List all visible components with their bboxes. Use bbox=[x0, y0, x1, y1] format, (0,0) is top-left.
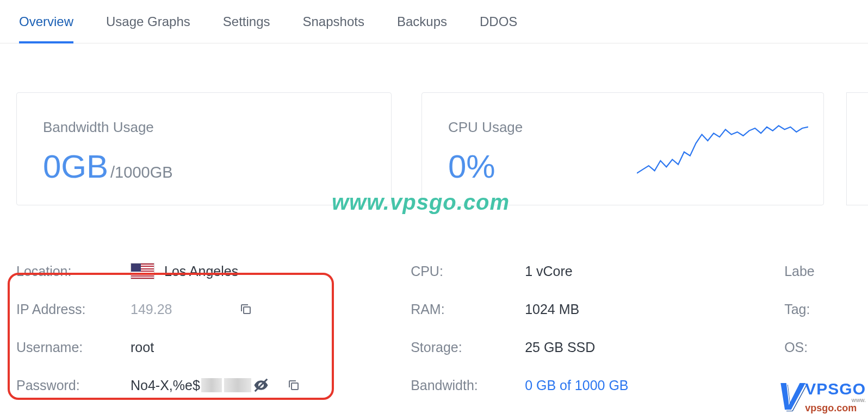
details-section: Location: Los Angeles IP Address: 149.28… bbox=[0, 205, 868, 404]
storage-label: Storage: bbox=[411, 340, 525, 355]
svg-rect-0 bbox=[244, 307, 250, 313]
tab-backups[interactable]: Backups bbox=[397, 0, 447, 43]
row-storage: Storage: 25 GB SSD bbox=[411, 328, 773, 366]
password-obscured bbox=[201, 378, 222, 392]
row-label: Labe bbox=[784, 252, 852, 290]
copy-icon bbox=[239, 303, 252, 316]
tab-snapshots[interactable]: Snapshots bbox=[303, 0, 364, 43]
cpu-value: 0% bbox=[448, 148, 495, 185]
details-col-left: Location: Los Angeles IP Address: 149.28… bbox=[16, 252, 400, 404]
us-flag-icon bbox=[131, 263, 154, 279]
tag-label: Tag: bbox=[784, 302, 810, 317]
bandwidth-of: /1000GB bbox=[110, 164, 172, 181]
summary-cards: Bandwidth Usage 0GB/1000GB CPU Usage 0% bbox=[0, 43, 868, 205]
ram-value: 1024 MB bbox=[525, 302, 579, 317]
ip-value: 149.28 bbox=[131, 302, 172, 317]
cpu-value-detail: 1 vCore bbox=[525, 264, 573, 279]
username-label: Username: bbox=[16, 340, 131, 355]
cpu-label: CPU: bbox=[411, 264, 525, 279]
storage-value: 25 GB SSD bbox=[525, 340, 595, 355]
password-obscured-2 bbox=[224, 378, 251, 392]
bandwidth-label: Bandwidth: bbox=[411, 378, 525, 393]
tabs-bar: Overview Usage Graphs Settings Snapshots… bbox=[0, 0, 868, 43]
cpu-card: CPU Usage 0% bbox=[421, 92, 824, 205]
username-value: root bbox=[131, 340, 154, 355]
brand-domain: vpsgo.com bbox=[805, 403, 866, 413]
ram-label: RAM: bbox=[411, 302, 525, 317]
bandwidth-title: Bandwidth Usage bbox=[43, 119, 365, 136]
tab-overview[interactable]: Overview bbox=[19, 0, 73, 43]
row-password: Password: No4-X,%e$ bbox=[16, 366, 400, 404]
watermark-text: www.vpsgo.com bbox=[332, 190, 510, 215]
os-label: OS: bbox=[784, 340, 808, 355]
eye-off-icon bbox=[253, 377, 269, 393]
brand-name: VPSGO bbox=[805, 381, 866, 397]
location-label: Location: bbox=[16, 264, 131, 279]
bandwidth-value: 0GB bbox=[43, 148, 108, 185]
password-value: No4-X,%e$ bbox=[131, 378, 200, 393]
partial-card-right bbox=[846, 92, 868, 205]
ip-label: IP Address: bbox=[16, 302, 131, 317]
bandwidth-value-detail[interactable]: 0 GB of 1000 GB bbox=[525, 378, 628, 393]
svg-rect-2 bbox=[292, 383, 298, 390]
row-ip: IP Address: 149.28 bbox=[16, 290, 400, 328]
label-label: Labe bbox=[784, 264, 815, 279]
location-value: Los Angeles bbox=[164, 264, 238, 279]
brand-logo: V VPSGO www. vpsgo.com bbox=[778, 381, 866, 413]
row-os: OS: bbox=[784, 328, 852, 366]
tab-settings[interactable]: Settings bbox=[223, 0, 270, 43]
row-bandwidth-detail: Bandwidth: 0 GB of 1000 GB bbox=[411, 366, 773, 404]
row-location: Location: Los Angeles bbox=[16, 252, 400, 290]
row-ram: RAM: 1024 MB bbox=[411, 290, 773, 328]
copy-password-button[interactable] bbox=[285, 377, 302, 394]
copy-icon bbox=[287, 379, 300, 392]
row-username: Username: root bbox=[16, 328, 400, 366]
password-label: Password: bbox=[16, 378, 131, 393]
cpu-sparkline bbox=[637, 116, 808, 178]
tab-ddos[interactable]: DDOS bbox=[480, 0, 517, 43]
bandwidth-card: Bandwidth Usage 0GB/1000GB bbox=[16, 92, 392, 205]
copy-ip-button[interactable] bbox=[237, 300, 255, 318]
row-tag: Tag: bbox=[784, 290, 852, 328]
tab-usage-graphs[interactable]: Usage Graphs bbox=[106, 0, 190, 43]
row-cpu: CPU: 1 vCore bbox=[411, 252, 773, 290]
brand-v-icon: V bbox=[778, 384, 803, 410]
details-col-middle: CPU: 1 vCore RAM: 1024 MB Storage: 25 GB… bbox=[411, 252, 773, 404]
toggle-password-visibility-button[interactable] bbox=[252, 377, 270, 394]
